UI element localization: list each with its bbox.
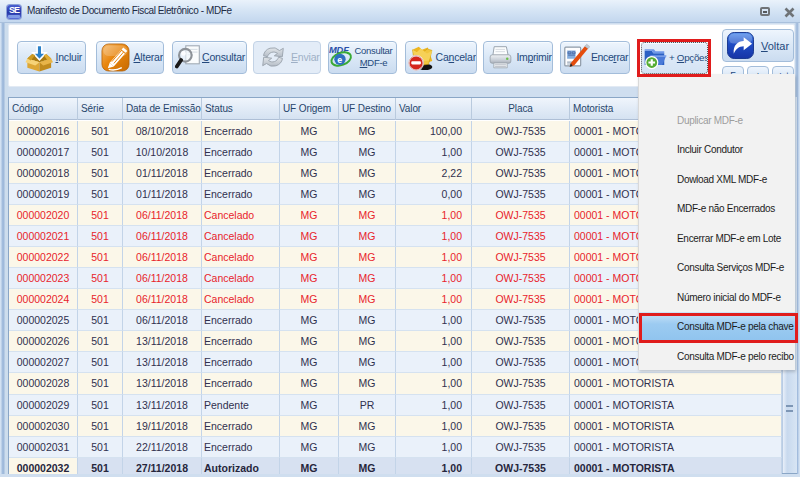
- svg-text:e: e: [337, 55, 342, 65]
